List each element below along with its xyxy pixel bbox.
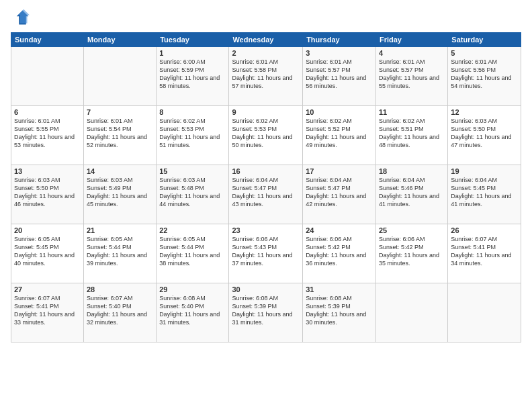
week-row-5: 27Sunrise: 6:07 AM Sunset: 5:41 PM Dayli… (11, 283, 521, 342)
day-cell: 20Sunrise: 6:05 AM Sunset: 5:45 PM Dayli… (11, 224, 84, 283)
day-info: Sunrise: 6:06 AM Sunset: 5:43 PM Dayligh… (232, 235, 300, 268)
day-cell (448, 283, 521, 342)
day-number: 18 (379, 167, 445, 175)
day-info: Sunrise: 6:01 AM Sunset: 5:56 PM Dayligh… (451, 58, 518, 91)
day-info: Sunrise: 6:05 AM Sunset: 5:45 PM Dayligh… (14, 235, 81, 268)
day-number: 31 (306, 285, 373, 293)
day-info: Sunrise: 6:03 AM Sunset: 5:50 PM Dayligh… (451, 117, 518, 150)
day-cell: 15Sunrise: 6:03 AM Sunset: 5:48 PM Dayli… (157, 165, 229, 224)
day-info: Sunrise: 6:04 AM Sunset: 5:47 PM Dayligh… (306, 176, 373, 209)
day-header-saturday: Saturday (448, 33, 521, 47)
day-number: 24 (306, 226, 373, 234)
day-cell: 27Sunrise: 6:07 AM Sunset: 5:41 PM Dayli… (11, 283, 84, 342)
day-info: Sunrise: 6:01 AM Sunset: 5:58 PM Dayligh… (232, 58, 300, 91)
day-cell (83, 47, 156, 106)
day-number: 3 (306, 49, 373, 57)
day-cell: 10Sunrise: 6:02 AM Sunset: 5:52 PM Dayli… (303, 106, 376, 165)
day-cell: 17Sunrise: 6:04 AM Sunset: 5:47 PM Dayli… (303, 165, 376, 224)
day-number: 27 (14, 285, 81, 293)
day-cell: 14Sunrise: 6:03 AM Sunset: 5:49 PM Dayli… (83, 165, 156, 224)
day-number: 7 (87, 108, 153, 116)
day-cell: 22Sunrise: 6:05 AM Sunset: 5:44 PM Dayli… (157, 224, 229, 283)
day-info: Sunrise: 6:01 AM Sunset: 5:55 PM Dayligh… (14, 117, 81, 150)
logo (11, 8, 32, 27)
day-info: Sunrise: 6:06 AM Sunset: 5:42 PM Dayligh… (306, 235, 373, 268)
day-number: 16 (232, 167, 300, 175)
day-cell: 16Sunrise: 6:04 AM Sunset: 5:47 PM Dayli… (229, 165, 303, 224)
week-row-4: 20Sunrise: 6:05 AM Sunset: 5:45 PM Dayli… (11, 224, 521, 283)
week-row-2: 6Sunrise: 6:01 AM Sunset: 5:55 PM Daylig… (11, 106, 521, 165)
day-number: 11 (379, 108, 445, 116)
calendar-table: SundayMondayTuesdayWednesdayThursdayFrid… (11, 32, 521, 342)
day-header-monday: Monday (83, 33, 156, 47)
week-row-3: 13Sunrise: 6:03 AM Sunset: 5:50 PM Dayli… (11, 165, 521, 224)
day-info: Sunrise: 6:03 AM Sunset: 5:50 PM Dayligh… (14, 176, 81, 209)
day-info: Sunrise: 6:06 AM Sunset: 5:42 PM Dayligh… (379, 235, 445, 268)
day-cell: 7Sunrise: 6:01 AM Sunset: 5:54 PM Daylig… (83, 106, 156, 165)
day-info: Sunrise: 6:08 AM Sunset: 5:39 PM Dayligh… (232, 294, 300, 327)
day-cell: 26Sunrise: 6:07 AM Sunset: 5:41 PM Dayli… (448, 224, 521, 283)
day-info: Sunrise: 6:02 AM Sunset: 5:52 PM Dayligh… (306, 117, 373, 150)
day-cell: 13Sunrise: 6:03 AM Sunset: 5:50 PM Dayli… (11, 165, 84, 224)
day-number: 22 (159, 226, 226, 234)
day-cell: 24Sunrise: 6:06 AM Sunset: 5:42 PM Dayli… (303, 224, 376, 283)
day-info: Sunrise: 6:07 AM Sunset: 5:40 PM Dayligh… (87, 294, 153, 327)
header (11, 8, 521, 27)
day-info: Sunrise: 6:02 AM Sunset: 5:53 PM Dayligh… (232, 117, 300, 150)
day-number: 29 (159, 285, 226, 293)
logo-icon (11, 8, 30, 27)
day-number: 4 (379, 49, 445, 57)
day-number: 30 (232, 285, 300, 293)
day-header-friday: Friday (375, 33, 447, 47)
day-cell: 28Sunrise: 6:07 AM Sunset: 5:40 PM Dayli… (83, 283, 156, 342)
day-cell: 19Sunrise: 6:04 AM Sunset: 5:45 PM Dayli… (448, 165, 521, 224)
day-number: 13 (14, 167, 81, 175)
day-number: 6 (14, 108, 81, 116)
day-number: 21 (87, 226, 153, 234)
day-cell (11, 47, 84, 106)
day-number: 19 (451, 167, 518, 175)
day-header-sunday: Sunday (11, 33, 84, 47)
day-number: 1 (159, 49, 226, 57)
day-info: Sunrise: 6:05 AM Sunset: 5:44 PM Dayligh… (159, 235, 226, 268)
day-header-thursday: Thursday (303, 33, 376, 47)
day-cell: 8Sunrise: 6:02 AM Sunset: 5:53 PM Daylig… (157, 106, 229, 165)
day-info: Sunrise: 6:04 AM Sunset: 5:46 PM Dayligh… (379, 176, 445, 209)
day-cell: 4Sunrise: 6:01 AM Sunset: 5:57 PM Daylig… (375, 47, 447, 106)
day-info: Sunrise: 6:08 AM Sunset: 5:40 PM Dayligh… (159, 294, 226, 327)
day-info: Sunrise: 6:03 AM Sunset: 5:48 PM Dayligh… (159, 176, 226, 209)
day-cell: 5Sunrise: 6:01 AM Sunset: 5:56 PM Daylig… (448, 47, 521, 106)
day-info: Sunrise: 6:04 AM Sunset: 5:45 PM Dayligh… (451, 176, 518, 209)
day-number: 17 (306, 167, 373, 175)
day-cell: 9Sunrise: 6:02 AM Sunset: 5:53 PM Daylig… (229, 106, 303, 165)
day-cell: 12Sunrise: 6:03 AM Sunset: 5:50 PM Dayli… (448, 106, 521, 165)
week-row-1: 1Sunrise: 6:00 AM Sunset: 5:59 PM Daylig… (11, 47, 521, 106)
day-number: 2 (232, 49, 300, 57)
day-number: 25 (379, 226, 445, 234)
day-number: 9 (232, 108, 300, 116)
day-number: 12 (451, 108, 518, 116)
calendar-container: SundayMondayTuesdayWednesdayThursdayFrid… (0, 0, 532, 411)
calendar-header-row: SundayMondayTuesdayWednesdayThursdayFrid… (11, 33, 521, 47)
day-cell: 31Sunrise: 6:08 AM Sunset: 5:39 PM Dayli… (303, 283, 376, 342)
day-header-tuesday: Tuesday (157, 33, 229, 47)
day-cell: 3Sunrise: 6:01 AM Sunset: 5:57 PM Daylig… (303, 47, 376, 106)
day-number: 26 (451, 226, 518, 234)
day-cell: 25Sunrise: 6:06 AM Sunset: 5:42 PM Dayli… (375, 224, 447, 283)
day-number: 23 (232, 226, 300, 234)
day-info: Sunrise: 6:00 AM Sunset: 5:59 PM Dayligh… (159, 58, 226, 91)
day-info: Sunrise: 6:01 AM Sunset: 5:54 PM Dayligh… (87, 117, 153, 150)
day-cell (375, 283, 447, 342)
day-info: Sunrise: 6:04 AM Sunset: 5:47 PM Dayligh… (232, 176, 300, 209)
day-info: Sunrise: 6:07 AM Sunset: 5:41 PM Dayligh… (451, 235, 518, 268)
day-info: Sunrise: 6:05 AM Sunset: 5:44 PM Dayligh… (87, 235, 153, 268)
day-info: Sunrise: 6:02 AM Sunset: 5:51 PM Dayligh… (379, 117, 445, 150)
day-cell: 18Sunrise: 6:04 AM Sunset: 5:46 PM Dayli… (375, 165, 447, 224)
day-number: 15 (159, 167, 226, 175)
day-cell: 29Sunrise: 6:08 AM Sunset: 5:40 PM Dayli… (157, 283, 229, 342)
day-info: Sunrise: 6:02 AM Sunset: 5:53 PM Dayligh… (159, 117, 226, 150)
day-cell: 21Sunrise: 6:05 AM Sunset: 5:44 PM Dayli… (83, 224, 156, 283)
day-number: 20 (14, 226, 81, 234)
day-cell: 11Sunrise: 6:02 AM Sunset: 5:51 PM Dayli… (375, 106, 447, 165)
day-number: 14 (87, 167, 153, 175)
